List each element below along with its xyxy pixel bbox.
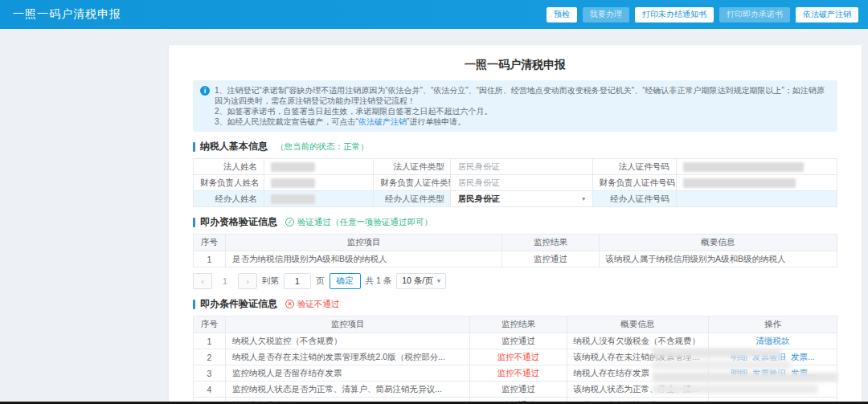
redacted-value	[271, 178, 315, 188]
redacted-value	[271, 194, 315, 204]
legal-name-value	[264, 159, 374, 175]
table-header-row: 序号 监控项目 监控结果 概要信息 操作	[194, 316, 837, 333]
print-pending-notice-button[interactable]: 打印未办结通知书	[635, 7, 714, 22]
app-header: 一照一码户清税申报 预检 我要办理 打印未办结通知书 打印即办承诺书 依法破产注…	[0, 0, 868, 29]
cell-summary: 纳税人没有欠缴税金（不含规费）	[567, 333, 708, 349]
agent-id-type-select[interactable]: 居民身份证▾	[451, 191, 592, 207]
notice-line-2: 2、如签署承诺书，自签署当日起生效，承诺期限自签署之日起不超过六个月。	[215, 106, 828, 116]
agent-id-number-value[interactable]	[676, 191, 837, 207]
action-link[interactable]: 清缴税款	[755, 336, 789, 345]
watermark-row	[653, 373, 837, 382]
watermark-row	[653, 349, 781, 357]
cell-no: 2	[194, 349, 226, 365]
watermark-row	[653, 361, 791, 369]
notice-line-1: 1、注销登记“承诺制”容缺办理不适用注销原因为“依法合并”、“依法分立”、“因住…	[215, 85, 828, 106]
field-label: 法人证件号码	[592, 159, 676, 175]
table-row: 财务负责人姓名 财务负责人证件类型 居民身份证 财务负责人证件号码	[194, 175, 837, 191]
section-bar	[193, 142, 195, 152]
cell-no: 3	[194, 365, 226, 382]
col-header-summary: 概要信息	[567, 316, 708, 333]
info-icon: i	[200, 86, 210, 96]
condition-status: ✕验证不通过	[285, 299, 340, 310]
notice-text: 1、注销登记“承诺制”容缺办理不适用注销原因为“依法合并”、“依法分立”、“因住…	[215, 85, 828, 127]
field-label: 经办人证件号码	[592, 191, 676, 207]
table-row: 1纳税人欠税监控（不含规费）监控通过纳税人没有欠缴税金（不含规费）清缴税款	[194, 333, 837, 349]
page-size-value: 10 条/页	[402, 275, 433, 287]
page-size-select[interactable]: 10 条/页▾	[396, 273, 446, 289]
page-title: 一照一码户清税申报	[193, 53, 837, 74]
col-header-result: 监控结果	[502, 235, 599, 251]
cell-result: 监控通过	[470, 333, 567, 349]
main-panel: 一照一码户清税申报 i 1、注销登记“承诺制”容缺办理不适用注销原因为“依法合并…	[169, 45, 862, 404]
col-header-project: 监控项目	[226, 316, 470, 333]
blurred-watermark	[653, 349, 839, 397]
chevron-down-icon: ▾	[437, 278, 441, 284]
prev-page-button[interactable]: ‹	[193, 273, 212, 289]
table-row: 经办人姓名 经办人证件类型 居民身份证▾ 经办人证件号码	[194, 191, 837, 207]
cell-project: 监控纳税人是否留存结存发票	[226, 365, 470, 382]
total-count-label: 共 1 条	[366, 275, 392, 287]
finance-id-number-value	[676, 175, 837, 191]
cell-result: 监控不通过	[470, 365, 567, 382]
legal-id-number-value	[676, 159, 837, 175]
cell-project: 监控纳税人状态是否为正常、清算户、简易注销无异议...	[226, 382, 470, 398]
notice-line-3-pre: 3、如经人民法院裁定宣告破产，可点击“	[215, 117, 358, 126]
qualification-section-head: 即办资格验证信息 ✓验证通过（任意一项验证通过即可）	[193, 215, 837, 229]
page-unit-label: 页	[316, 275, 325, 287]
finance-name-value	[264, 175, 374, 191]
print-commitment-button: 打印即办承诺书	[719, 7, 790, 22]
basic-info-section-title: 纳税人基本信息	[200, 140, 268, 153]
app-title: 一照一码户清税申报	[13, 7, 121, 22]
next-page-button[interactable]: ›	[238, 273, 257, 289]
field-label: 经办人姓名	[194, 191, 264, 207]
section-bar	[193, 218, 195, 227]
cell-project: 是否为纳税信用级别为A级和B级的纳税人	[226, 251, 502, 267]
current-page: 1	[217, 276, 233, 286]
bankruptcy-cancel-link[interactable]: 依法破产注销	[358, 117, 407, 126]
cell-result: 监控通过	[502, 251, 599, 267]
agent-id-type-value: 居民身份证	[457, 194, 500, 205]
col-header-project: 监控项目	[226, 235, 502, 251]
topbar-actions: 预检 我要办理 打印未办结通知书 打印即办承诺书 依法破产注销	[547, 7, 858, 22]
col-header-no: 序号	[194, 235, 226, 251]
qualification-status: ✓验证通过（任意一项验证通过即可）	[285, 217, 432, 228]
redacted-value	[271, 162, 315, 172]
field-label: 财务负责人证件号码	[592, 175, 676, 191]
table-row: 法人姓名 法人证件类型 居民身份证 法人证件号码	[194, 159, 837, 175]
field-label: 法人证件类型	[374, 159, 451, 175]
field-label: 经办人证件类型	[374, 191, 451, 207]
jump-label: 到第	[262, 275, 279, 287]
field-label: 法人姓名	[194, 159, 264, 175]
field-label: 财务负责人证件类型	[374, 175, 451, 191]
cell-no: 1	[194, 333, 226, 349]
condition-section-head: 即办条件验证信息 ✕验证不通过	[193, 297, 837, 311]
col-header-result: 监控结果	[470, 316, 567, 333]
notice-line-3: 3、如经人民法院裁定宣告破产，可点击“依法破产注销”进行单独申请。	[215, 116, 828, 127]
check-circle-icon: ✓	[285, 218, 294, 226]
redacted-value	[683, 178, 796, 188]
agent-name-value	[264, 191, 374, 207]
legal-id-type-value: 居民身份证	[451, 159, 592, 175]
redacted-value	[683, 162, 804, 172]
col-header-no: 序号	[194, 316, 226, 333]
chevron-down-icon: ▾	[582, 196, 586, 202]
qualification-table: 序号 监控项目 监控结果 概要信息 1是否为纳税信用级别为A级和B级的纳税人监控…	[193, 234, 837, 267]
condition-section-title: 即办条件验证信息	[200, 297, 277, 311]
table-header-row: 序号 监控项目 监控结果 概要信息	[194, 235, 837, 251]
precheck-button[interactable]: 预检	[547, 7, 577, 22]
finance-id-type-value: 居民身份证	[451, 175, 592, 191]
notice-line-3-post: ”进行单独申请。	[407, 117, 465, 126]
section-bar	[193, 300, 195, 309]
field-label: 财务负责人姓名	[194, 175, 264, 191]
condition-status-text: 验证不通过	[297, 299, 340, 310]
taxpayer-status-note: （您当前的状态：正常）	[276, 141, 369, 153]
cell-summary: 该纳税人属于纳税信用级别为A级和B级的纳税人	[599, 251, 837, 267]
cell-result: 监控通过	[470, 382, 567, 398]
apply-button: 我要办理	[583, 7, 629, 22]
page-jump-input[interactable]	[284, 273, 311, 289]
confirm-page-button[interactable]: 确定	[330, 273, 361, 289]
bankruptcy-cancel-button[interactable]: 依法破产注销	[796, 7, 858, 22]
col-header-summary: 概要信息	[599, 235, 837, 251]
basic-info-section-head: 纳税人基本信息 （您当前的状态：正常）	[193, 140, 837, 153]
qualification-section-title: 即办资格验证信息	[200, 215, 277, 229]
